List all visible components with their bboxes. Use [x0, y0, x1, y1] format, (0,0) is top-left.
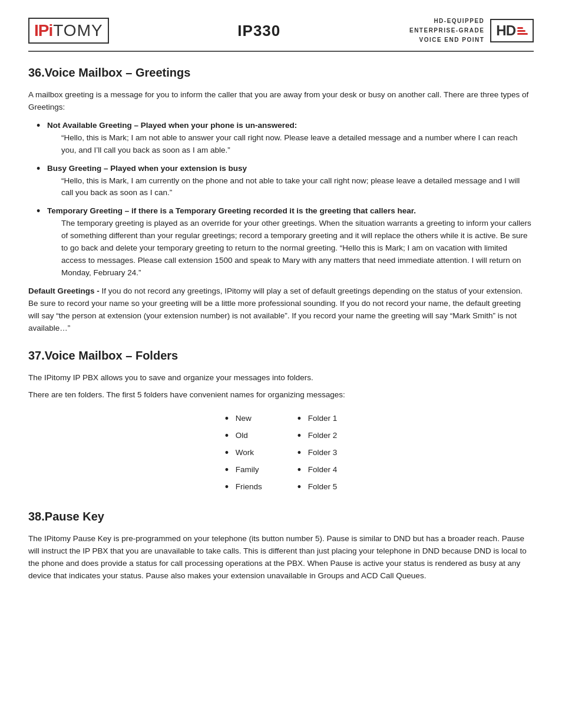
- default-greetings-label: Default Greetings -: [28, 286, 100, 295]
- hd-wave-1: [517, 27, 523, 29]
- folder-2: Folder 2: [297, 430, 338, 442]
- folder-old: Old: [225, 430, 262, 442]
- section-38-body: The IPitomy Pause Key is pre-programmed …: [28, 533, 534, 582]
- bullet-temporary-body: The temporary greeting is played as an o…: [47, 218, 534, 279]
- section-38: 38.Pause Key The IPitomy Pause Key is pr…: [28, 510, 534, 582]
- bullet-busy-body: “Hello, this is Mark, I am currently on …: [47, 175, 534, 200]
- section-37-intro-1: The IPitomy IP PBX allows you to save an…: [28, 372, 534, 384]
- folder-columns: New Old Work Family Friends Folder 1 Fol…: [28, 413, 534, 498]
- folder-friends: Friends: [225, 481, 262, 493]
- logo-area: IPiTOMY: [28, 18, 109, 44]
- folder-new: New: [225, 413, 262, 425]
- model-label: IP330: [237, 22, 280, 40]
- logo-ip: IP: [34, 21, 48, 40]
- bullet-not-available: Not Available Greeting – Played when you…: [47, 120, 534, 157]
- section-37: 37.Voice Mailbox – Folders The IPitomy I…: [28, 349, 534, 498]
- bullet-not-available-body: “Hello, this is Mark; I am not able to a…: [47, 132, 534, 157]
- folder-4: Folder 4: [297, 464, 338, 476]
- page-header: IPiTOMY IP330 HD-EQUIPPED ENTERPRISE-GRA…: [28, 17, 534, 52]
- folder-col-right: Folder 1 Folder 2 Folder 3 Folder 4 Fold…: [297, 413, 338, 498]
- hd-logo: HD: [490, 19, 534, 42]
- bullet-busy-title: Busy Greeting – Played when your extensi…: [47, 164, 247, 173]
- section-37-intro-2: There are ten folders. The first 5 folde…: [28, 389, 534, 401]
- hd-waves: [517, 27, 528, 35]
- tagline: HD-EQUIPPED ENTERPRISE-GRADE VOICE END P…: [409, 17, 484, 45]
- folder-1: Folder 1: [297, 413, 338, 425]
- logo-itomy: TOMY: [53, 21, 103, 40]
- section-37-heading: 37.Voice Mailbox – Folders: [28, 349, 534, 363]
- bullet-temporary: Temporary Greeting – if there is a Tempo…: [47, 205, 534, 279]
- hd-wave-3: [517, 33, 528, 35]
- section-38-heading: 38.Pause Key: [28, 510, 534, 523]
- hd-wave-2: [517, 30, 525, 32]
- header-right: HD-EQUIPPED ENTERPRISE-GRADE VOICE END P…: [409, 17, 534, 45]
- section-36-default-greetings: Default Greetings - If you do not record…: [28, 285, 534, 335]
- folder-3: Folder 3: [297, 447, 338, 459]
- folder-work: Work: [225, 447, 262, 459]
- section-36-heading: 36.Voice Mailbox – Greetings: [28, 66, 534, 80]
- hd-text: HD: [496, 22, 515, 39]
- bullet-not-available-title: Not Available Greeting – Played when you…: [47, 121, 297, 130]
- folder-family: Family: [225, 464, 262, 476]
- logo-dot-i: i: [48, 21, 53, 40]
- page: IPiTOMY IP330 HD-EQUIPPED ENTERPRISE-GRA…: [0, 0, 562, 611]
- logo-box: IPiTOMY: [28, 18, 109, 44]
- section-36-bullets: Not Available Greeting – Played when you…: [28, 120, 534, 279]
- section-36: 36.Voice Mailbox – Greetings A mailbox g…: [28, 66, 534, 335]
- bullet-temporary-title: Temporary Greeting – if there is a Tempo…: [47, 206, 416, 215]
- default-greetings-body: If you do not record any greetings, IPit…: [28, 286, 523, 332]
- bullet-busy: Busy Greeting – Played when your extensi…: [47, 163, 534, 200]
- section-36-intro: A mailbox greeting is a message for you …: [28, 89, 534, 114]
- folder-5: Folder 5: [297, 481, 338, 493]
- folder-col-left: New Old Work Family Friends: [225, 413, 262, 498]
